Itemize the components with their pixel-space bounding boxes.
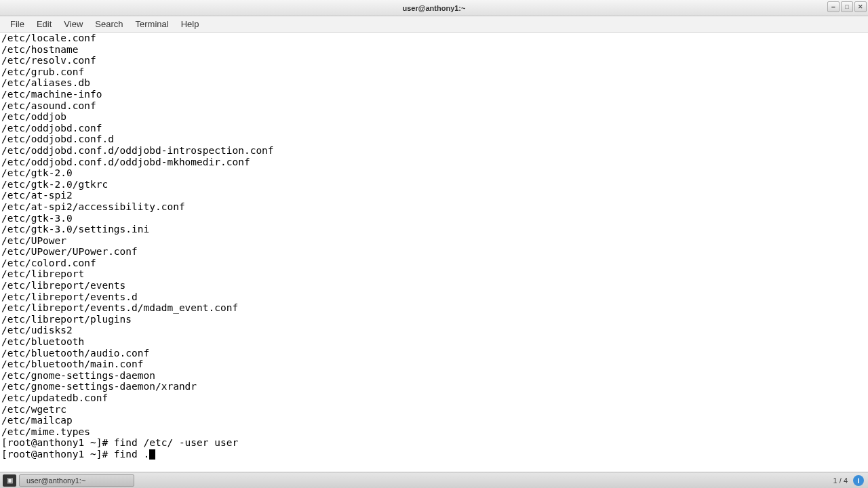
terminal-output-line: /etc/gnome-settings-daemon: [1, 370, 867, 382]
terminal-output-line: /etc/gtk-2.0: [1, 167, 867, 179]
page-indicator: 1 / 4: [833, 476, 848, 485]
terminal-output-line: /etc/aliases.db: [1, 77, 867, 89]
terminal-output-line: /etc/at-spi2: [1, 190, 867, 201]
maximize-button[interactable]: □: [841, 1, 853, 12]
terminal-output-line: /etc/gtk-3.0/settings.ini: [1, 224, 867, 235]
taskbar-app-terminal[interactable]: user@anthony1:~: [19, 474, 134, 487]
terminal-output-line: /etc/mailcap: [1, 415, 867, 426]
terminal-output-line: /etc/libreport/events.d/mdadm_event.conf: [1, 302, 867, 314]
minimize-button[interactable]: ‒: [827, 1, 840, 12]
terminal-output-line: /etc/libreport/events.d: [1, 291, 867, 303]
terminal-output-line: /etc/asound.conf: [1, 100, 867, 112]
menu-search[interactable]: Search: [89, 17, 129, 31]
terminal-output-line: /etc/oddjobd.conf.d: [1, 134, 867, 145]
terminal-cursor: [149, 449, 155, 460]
terminal-output-line: /etc/gtk-3.0: [1, 213, 867, 224]
terminal-output-line: /etc/oddjobd.conf: [1, 123, 867, 134]
terminal-output-line: /etc/bluetooth: [1, 336, 867, 348]
menu-edit[interactable]: Edit: [31, 17, 58, 31]
terminal-output-line: /etc/colord.conf: [1, 258, 867, 269]
terminal-output-line: /etc/libreport/plugins: [1, 314, 867, 325]
terminal-output-line: /etc/hostname: [1, 44, 867, 56]
terminal-output-line: /etc/gnome-settings-daemon/xrandr: [1, 381, 867, 392]
menu-bar: File Edit View Search Terminal Help: [0, 16, 868, 33]
info-icon[interactable]: i: [853, 475, 864, 486]
window-title: user@anthony1:~: [403, 4, 466, 12]
terminal-output-line: /etc/oddjobd.conf.d/oddjobd-mkhomedir.co…: [1, 157, 867, 168]
taskbar-app-label: user@anthony1:~: [26, 476, 85, 485]
terminal-output-line: /etc/gtk-2.0/gtkrc: [1, 179, 867, 190]
window-controls: ‒ □ ✕: [827, 1, 867, 12]
terminal-output-line: /etc/updatedb.conf: [1, 392, 867, 404]
terminal-prompt: [root@anthony1 ~]# find .: [1, 449, 149, 460]
terminal-output-line: /etc/resolv.conf: [1, 55, 867, 66]
menu-help[interactable]: Help: [175, 17, 205, 31]
terminal-prev-command-line: [root@anthony1 ~]# find /etc/ -user user: [1, 437, 867, 449]
taskbar-tray: 1 / 4 i: [833, 475, 864, 486]
menu-file[interactable]: File: [4, 17, 31, 31]
terminal-output-line: /etc/libreport: [1, 268, 867, 280]
terminal-output-line: /etc/bluetooth/audio.conf: [1, 348, 867, 359]
terminal-output-line: /etc/udisks2: [1, 325, 867, 336]
menu-view[interactable]: View: [58, 17, 89, 31]
terminal-output-line: /etc/libreport/events: [1, 280, 867, 291]
terminal-output-line: /etc/wgetrc: [1, 404, 867, 415]
terminal-current-line[interactable]: [root@anthony1 ~]# find .: [1, 449, 867, 460]
terminal-output-line: /etc/grub.conf: [1, 66, 867, 78]
terminal-output-line: /etc/mime.types: [1, 426, 867, 438]
terminal-output-line: /etc/UPower/UPower.conf: [1, 246, 867, 258]
close-button[interactable]: ✕: [854, 1, 867, 12]
taskbar: ▣ user@anthony1:~ 1 / 4 i: [0, 472, 868, 488]
terminal-viewport[interactable]: /etc/locale.conf/etc/hostname/etc/resolv…: [0, 33, 868, 472]
terminal-output-line: /etc/UPower: [1, 235, 867, 247]
window-titlebar: user@anthony1:~ ‒ □ ✕: [0, 0, 868, 16]
terminal-output-line: /etc/oddjobd.conf.d/oddjobd-introspectio…: [1, 145, 867, 157]
launcher-icon[interactable]: ▣: [3, 474, 16, 487]
terminal-output-line: /etc/oddjob: [1, 111, 867, 123]
terminal-output-line: /etc/bluetooth/main.conf: [1, 359, 867, 370]
terminal-output-line: /etc/locale.conf: [1, 33, 867, 44]
menu-terminal[interactable]: Terminal: [130, 17, 175, 31]
terminal-output-line: /etc/at-spi2/accessibility.conf: [1, 201, 867, 213]
terminal-output-line: /etc/machine-info: [1, 89, 867, 100]
